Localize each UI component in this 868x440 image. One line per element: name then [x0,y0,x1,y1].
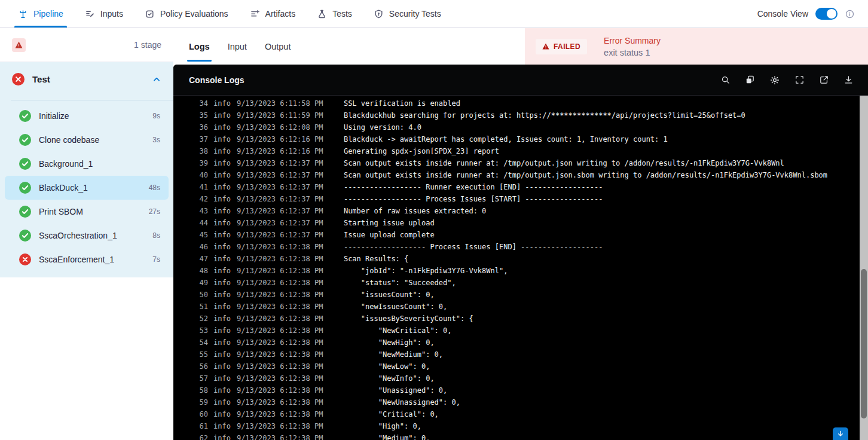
log-scrollbar-thumb[interactable] [861,269,867,418]
step-name: SscaEnforcement_1 [39,255,114,264]
log-scrollbar-track[interactable] [860,96,868,440]
log-line-number: 38 [199,145,208,157]
tab-pipeline[interactable]: Pipeline [18,0,63,28]
log-line: 42 info 9/13/2023 6:12:37 PM -----------… [173,193,868,205]
log-level: info [213,97,231,109]
settings-gear-icon[interactable] [769,75,780,85]
log-message: "High": 0, [344,420,421,432]
log-timestamp: 9/13/2023 6:12:38 PM [237,337,326,349]
log-line-number: 54 [199,337,208,349]
download-icon[interactable] [843,75,854,85]
copy-icon[interactable] [745,75,755,85]
tab-policy-evaluations[interactable]: Policy Evaluations [145,0,228,28]
stage-count: 1 stage [134,40,161,50]
step-row[interactable]: Print SBOM 27s [5,200,169,224]
log-line-number: 47 [199,253,208,265]
log-line-number: 39 [199,157,208,169]
log-tab[interactable]: Logs [189,28,210,65]
log-message: "Medium": 0, [344,432,430,440]
log-timestamp: 9/13/2023 6:12:16 PM [237,145,326,157]
log-line: 37 info 9/13/2023 6:12:16 PM Blackduck -… [173,133,868,145]
log-level: info [213,241,231,253]
tab-inputs[interactable]: Inputs [85,0,123,28]
scroll-to-bottom-button[interactable] [833,427,848,440]
log-timestamp: 9/13/2023 6:12:38 PM [237,360,326,372]
stage-header[interactable]: Test [0,62,173,96]
log-line-number: 36 [199,121,208,133]
log-message: "status": "Succeeded", [344,277,456,289]
log-timestamp: 9/13/2023 6:12:38 PM [237,384,326,396]
open-in-new-icon[interactable] [819,75,829,85]
warning-triangle-icon [542,43,549,50]
log-tab[interactable]: Output [265,28,291,65]
step-row[interactable]: BlackDuck_1 48s [5,176,169,200]
stage-warning-icon [12,38,26,52]
step-row[interactable]: Background_1 [5,152,169,176]
log-line: 39 info 9/13/2023 6:12:37 PM Scan output… [173,157,868,169]
log-message: Starting issue upload [344,217,435,229]
step-row[interactable]: SscaOrchestration_1 8s [5,224,169,248]
step-name: Initialize [39,111,69,121]
failed-badge-label: FAILED [554,42,580,51]
log-line: 56 info 9/13/2023 6:12:38 PM "NewLow": 0… [173,360,868,372]
fullscreen-icon[interactable] [794,75,805,85]
log-viewport: 34 info 9/13/2023 6:11:58 PM SSL verific… [173,96,868,440]
log-message: "NewLow": 0, [344,360,430,372]
failed-x-icon [19,253,31,265]
log-timestamp: 9/13/2023 6:11:59 PM [237,109,326,121]
log-message: Scan output exists inside runner at: /tm… [344,169,827,181]
tab-artifacts[interactable]: Artifacts [250,0,296,28]
log-timestamp: 9/13/2023 6:12:38 PM [237,241,326,253]
search-icon[interactable] [720,75,731,85]
log-level: info [213,145,231,157]
success-check-icon [19,110,31,122]
log-tab-bar: Logs Input Output FAILED Error Summary e… [173,28,868,65]
step-name: Clone codebase [39,135,99,145]
log-line-number: 62 [199,432,208,440]
step-status-icon [19,110,31,122]
log-line-number: 55 [199,349,208,360]
log-level: info [213,217,231,229]
log-tab[interactable]: Input [228,28,247,65]
step-duration: 48s [149,184,160,192]
log-line-number: 58 [199,384,208,396]
error-texts: Error Summary exit status 1 [604,36,661,57]
log-line: 48 info 9/13/2023 6:12:38 PM "jobId": "-… [173,265,868,277]
log-level: info [213,109,231,121]
log-line-number: 56 [199,360,208,372]
log-timestamp: 9/13/2023 6:12:38 PM [237,289,326,301]
log-message: Number of raw issues extracted: 0 [344,205,486,217]
log-line-number: 61 [199,420,208,432]
log-level: info [213,229,231,241]
log-line: 61 info 9/13/2023 6:12:38 PM "High": 0, [173,420,868,432]
shield-icon [374,9,384,19]
log-level: info [213,265,231,277]
log-line: 50 info 9/13/2023 6:12:38 PM "issuesCoun… [173,289,868,301]
log-line: 54 info 9/13/2023 6:12:38 PM "NewHigh": … [173,337,868,349]
log-timestamp: 9/13/2023 6:12:38 PM [237,277,326,289]
tab-label: Pipeline [33,9,63,19]
step-row[interactable]: Clone codebase 3s [5,128,169,152]
log-line-number: 49 [199,277,208,289]
log-message: Scan Results: { [344,253,408,265]
step-row[interactable]: Initialize 9s [5,104,169,128]
log-timestamp: 9/13/2023 6:12:38 PM [237,253,326,265]
log-line: 49 info 9/13/2023 6:12:38 PM "status": "… [173,277,868,289]
stage-failed-icon [12,73,25,85]
log-line-number: 60 [199,408,208,420]
log-level: info [213,121,231,133]
tab-label: Artifacts [265,9,296,19]
chevron-up-icon[interactable] [152,75,161,84]
failed-badge: FAILED [536,39,587,54]
log-line: 35 info 9/13/2023 6:11:59 PM Blackduckhu… [173,109,868,121]
log-message: "newIssuesCount": 0, [344,301,447,313]
error-summary-panel: FAILED Error Summary exit status 1 [525,28,868,65]
error-summary-title: Error Summary [604,36,661,45]
step-status-icon [19,182,31,194]
tab-tests[interactable]: Tests [317,0,352,28]
log-level: info [213,289,231,301]
console-view-toggle[interactable] [815,8,838,20]
step-row[interactable]: SscaEnforcement_1 7s [5,248,169,271]
tab-security-tests[interactable]: Security Tests [374,0,441,28]
info-icon[interactable] [845,9,855,19]
